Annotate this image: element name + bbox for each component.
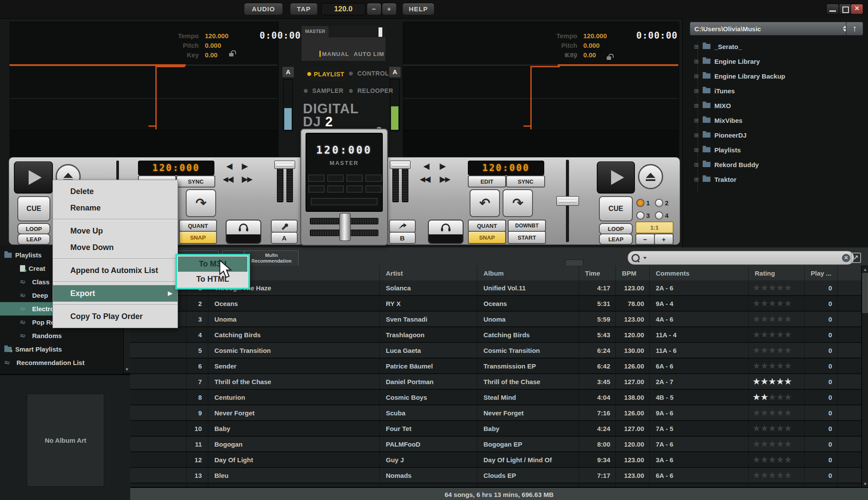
folder-item[interactable]: ⊞ Playlists [683,142,868,157]
mode-lim[interactable]: LIM [373,51,384,57]
path-select[interactable]: C:\Users\Olivia\Music [690,22,852,36]
deck-a-headphone-button[interactable] [226,220,261,244]
col-album[interactable]: Album [477,266,579,280]
col-play[interactable]: Play ... [805,266,838,280]
cell-rating[interactable]: ★★★★★ [749,405,805,420]
track-row[interactable]: 5 Cosmic Transition Luca Gaeta Cosmic Tr… [130,343,861,359]
deck-b-key-unlock-icon[interactable] [607,56,611,60]
col-artist[interactable]: Artist [380,266,477,280]
expand-plus-icon[interactable]: ⊞ [694,88,699,94]
channel-radio[interactable]: 3 [636,211,655,220]
cell-rating[interactable]: ★★★★★ [749,374,805,389]
track-row[interactable]: 8 Centurion Cosmic Boys Steal Mind 4:04 … [130,390,861,405]
deck-a-quant-button[interactable]: QUANT [179,220,217,232]
deck-a-nudge-fwd-button[interactable]: |▶ [241,162,247,170]
master-tab[interactable]: MASTER [302,26,329,37]
minimize-button[interactable] [826,4,839,14]
channel-radio[interactable]: 1 [636,198,655,208]
deck-a-cue-button[interactable]: CUE [17,196,50,221]
track-row[interactable]: 9 Never Forget Scuba Never Forget 7:16 1… [130,405,861,421]
expand-plus-icon[interactable]: ⊞ [694,162,699,168]
deck-b-quant-button[interactable]: QUANT [468,220,506,232]
context-menu-item[interactable]: Move Down ▶ [53,239,178,256]
context-menu-item[interactable]: Export ▶ [53,285,178,302]
deck-b-loop-button[interactable]: LOOP [599,223,633,234]
mode-manual[interactable]: MANUAL [322,51,349,57]
playlist-item[interactable]: Recommendation List [0,356,123,369]
cell-rating[interactable]: ★★★★★ [749,452,805,467]
deck-a-leap-button[interactable]: LEAP [17,234,50,245]
context-menu-item[interactable]: Move Up ▶ [53,223,178,239]
bpm-decrease-button[interactable]: − [367,3,381,15]
help-button[interactable]: HELP [402,3,434,15]
crossfader-handle[interactable] [339,213,351,241]
track-row[interactable]: 7 Thrill of the Chase Daniel Portman Thr… [130,374,861,390]
folder-item[interactable]: ⊞ _Serato_ [683,39,868,54]
cell-rating[interactable]: ★★★★★ [749,468,805,483]
export-submenu-item[interactable]: To M3U [178,257,247,272]
maximize-button[interactable] [839,4,852,14]
expand-plus-icon[interactable]: ⊞ [694,73,699,79]
master-volume-handle[interactable] [378,27,383,37]
view-playlist-button[interactable]: PLAYLIST [303,68,345,81]
deck-b-assign-button[interactable]: B [389,232,416,244]
search-input[interactable] [647,254,842,262]
deck-b-downbeat-button[interactable]: DOWNBT [508,220,546,232]
col-comments[interactable]: Comments [650,266,749,280]
mode-auto[interactable]: AUTO [354,51,372,57]
deck-b-sync-button[interactable]: SYNC [506,175,545,188]
deck-a-sync-button[interactable]: SYNC [176,175,215,188]
deck-b-jump-fwd-button[interactable]: |▶▶ [439,175,450,183]
folder-item[interactable]: ⊞ MixVibes [683,113,868,128]
tap-button[interactable]: TAP [290,3,318,15]
expand-plus-icon[interactable]: ⊞ [694,59,699,64]
deck-b-eject-button[interactable] [638,164,663,189]
cell-rating[interactable]: ★★★★★ [749,343,805,358]
deck-a-jump-back-button[interactable]: ◀◀| [223,175,233,183]
folder-item[interactable]: ⊞ Rekord Buddy [683,157,868,172]
context-menu-item[interactable]: ▶ [53,258,178,260]
library-scrollbar[interactable]: ▲ ▼ [861,266,868,488]
context-menu-item[interactable]: Delete ▶ [53,183,178,200]
track-row[interactable]: 11 Bogogan PALMFooD Bogogan EP 8:00 120.… [130,437,861,452]
deck-b-loop-half-button[interactable]: − [635,234,655,245]
folder-item[interactable]: ⊞ Engine Library Backup [683,69,868,83]
deck-b-edit-button[interactable]: EDIT [468,175,506,188]
track-row[interactable]: 10 Baby Four Tet Baby 4:24 127.00 7A - 5… [130,421,861,437]
detach-browser-icon[interactable]: ↗ [851,253,861,263]
deck-b-snap-button[interactable]: SNAP [468,231,506,244]
folder-item[interactable]: ⊞ PioneerDJ [683,128,868,142]
expand-plus-icon[interactable]: ⊞ [694,118,699,123]
deck-b-nudge-back-button[interactable]: ◀| [424,162,430,170]
search-options-icon[interactable] [643,257,647,259]
view-sampler-button[interactable]: SAMPLER [304,87,343,95]
expand-plus-icon[interactable]: ⊞ [694,103,699,109]
scroll-down-icon[interactable]: ▼ [862,482,868,486]
track-row[interactable]: 2 Oceans RY X Oceans 5:31 78.00 9A - 4 ★… [130,296,861,312]
deck-a-censor-button[interactable]: ↷ [186,189,216,217]
cell-rating[interactable]: ★★★★★ [749,359,805,373]
expand-plus-icon[interactable]: ⊞ [694,177,699,182]
cell-rating[interactable]: ★★★★★ [749,327,805,342]
deck-b-jump-back-button[interactable]: ◀◀| [420,175,431,183]
deck-a-jump-fwd-button[interactable]: |▶▶ [241,175,252,183]
track-row[interactable]: 6 Sender Patrice Bäumel Transmission EP … [130,359,861,374]
export-submenu-item[interactable]: To HTML [178,272,247,287]
context-menu-item[interactable]: Append to Automix List ▶ [53,262,178,279]
context-menu-item[interactable]: Rename ▶ [53,200,178,216]
deck-b-leap-button[interactable]: LEAP [599,234,633,245]
expand-plus-icon[interactable]: ⊞ [694,147,699,153]
view-relooper-button[interactable]: RELOOPER [349,87,393,95]
track-row[interactable]: 12 Day Of Light Guy J Day Of Light / Min… [130,452,861,468]
deck-b-play-button[interactable] [597,161,635,194]
expand-plus-icon[interactable]: ⊞ [694,44,699,49]
deck-b-nudge-fwd-button[interactable]: |▶ [439,162,445,170]
deck-a-pitch-slider[interactable] [116,161,119,180]
track-row[interactable]: 13 Bleu Nomads Clouds EP 7:17 123.00 6A … [130,468,861,484]
cell-rating[interactable]: ★★★★★ [749,312,805,326]
scrollbar-thumb[interactable] [862,273,868,313]
deck-b-loop-double-button[interactable]: + [654,234,674,245]
scroll-up-icon[interactable]: ▲ [862,267,868,272]
folder-item[interactable]: ⊞ Engine Library [683,54,868,69]
search-clear-icon[interactable]: ✕ [842,254,850,262]
